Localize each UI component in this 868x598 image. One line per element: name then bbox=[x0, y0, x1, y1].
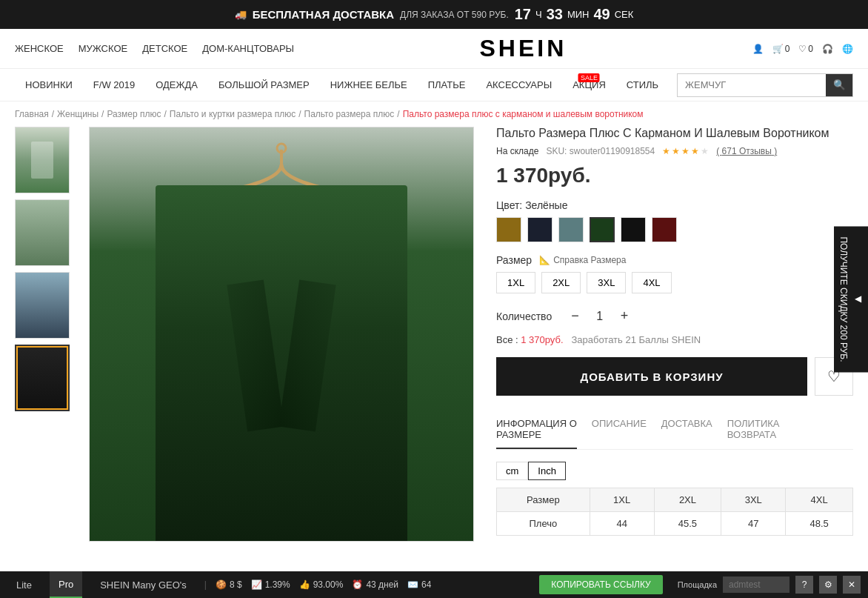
cat-dress[interactable]: ПЛАТЬЕ bbox=[418, 69, 476, 102]
top-nav-links: ЖЕНСКОЕ МУЖСКОЕ ДЕТСКОЕ ДОМ-КАНЦТОВАРЫ bbox=[15, 43, 294, 54]
breadcrumb: Главная / Женщины / Размер плюс / Пальто… bbox=[0, 102, 868, 127]
size-measurements-table: Размер 1XL 2XL 3XL 4XL Плечо 44 45.5 47 … bbox=[496, 488, 853, 536]
row-label-shoulder: Плечо bbox=[497, 512, 590, 536]
points-text: Заработать 21 Баллы SHEIN bbox=[571, 334, 701, 345]
nav-women[interactable]: ЖЕНСКОЕ bbox=[15, 43, 64, 54]
shoulder-3xl: 47 bbox=[721, 512, 786, 536]
account-icon: 👤 bbox=[752, 44, 764, 54]
size-3xl[interactable]: 3XL bbox=[587, 272, 626, 293]
size-row-shoulder: Плечо 44 45.5 47 48.5 bbox=[497, 512, 853, 536]
cat-lingerie[interactable]: НИЖНЕЕ БЕЛЬЕ bbox=[320, 69, 418, 102]
col-2xl: 2XL bbox=[654, 488, 721, 512]
quantity-label: Количество bbox=[496, 310, 552, 322]
color-label: Цвет: Зелёные bbox=[496, 199, 853, 211]
product-title: Пальто Размера Плюс С Карманом И Шалевым… bbox=[496, 127, 853, 140]
color-darkred[interactable] bbox=[652, 217, 677, 242]
breadcrumb-women[interactable]: Женщины bbox=[57, 109, 99, 119]
quantity-decrease[interactable]: − bbox=[567, 308, 584, 324]
main-product-image bbox=[89, 127, 474, 542]
nav-kids[interactable]: ДЕТСКОЕ bbox=[142, 43, 187, 54]
info-tabs: ИНФОРМАЦИЯ ОРАЗМЕРЕ ОПИСАНИЕ ДОСТАВКА ПО… bbox=[496, 411, 853, 450]
hours-unit: Ч bbox=[535, 9, 542, 20]
tab-returns[interactable]: ПОЛИТИКАВОЗВРАТА bbox=[727, 411, 780, 449]
cart-icon: 🛒 bbox=[772, 44, 784, 54]
color-teal[interactable] bbox=[558, 217, 584, 242]
delivery-icon: 🚚 bbox=[235, 9, 247, 20]
size-2xl[interactable]: 2XL bbox=[541, 272, 581, 293]
total-price: 1 370руб. bbox=[521, 334, 563, 345]
headset-icon: 🎧 bbox=[822, 44, 833, 54]
account-icon-item[interactable]: 👤 bbox=[752, 44, 764, 54]
breadcrumb-current: Пальто размера плюс с карманом и шалевым… bbox=[403, 109, 644, 119]
color-green[interactable] bbox=[590, 217, 615, 242]
tab-description[interactable]: ОПИСАНИЕ bbox=[592, 411, 647, 449]
color-brown[interactable] bbox=[496, 217, 521, 242]
product-info: Пальто Размера Плюс С Карманом И Шалевым… bbox=[489, 127, 853, 542]
action-row: ДОБАВИТЬ В КОРЗИНУ ♡ bbox=[496, 357, 853, 396]
cat-style[interactable]: СТИЛЬ bbox=[616, 69, 669, 102]
total-row: Все : 1 370руб. Заработать 21 Баллы SHEI… bbox=[496, 334, 853, 345]
cat-clothes[interactable]: ОДЕЖДА bbox=[145, 69, 208, 102]
headset-icon-item[interactable]: 🎧 bbox=[822, 44, 833, 54]
size-label: Размер bbox=[496, 254, 532, 266]
minutes-unit: МИН bbox=[567, 9, 590, 20]
globe-icon-item[interactable]: 🌐 bbox=[842, 44, 853, 54]
seconds-unit: СЕК bbox=[615, 9, 634, 20]
unit-cm-button[interactable]: cm bbox=[496, 462, 528, 480]
breadcrumb-home[interactable]: Главная bbox=[15, 109, 49, 119]
size-1xl[interactable]: 1XL bbox=[496, 272, 535, 293]
thumbnail-2[interactable] bbox=[15, 199, 70, 266]
search-button[interactable]: 🔍 bbox=[826, 74, 852, 96]
add-to-cart-button[interactable]: ДОБАВИТЬ В КОРЗИНУ bbox=[496, 357, 807, 396]
cat-new[interactable]: НОВИНКИ bbox=[15, 69, 83, 102]
delivery-sub-text: ДЛЯ ЗАКАЗА ОТ 590 РУБ. bbox=[400, 10, 509, 20]
thumbnail-1[interactable] bbox=[15, 127, 70, 193]
unit-inch-button[interactable]: Inch bbox=[528, 462, 566, 480]
size-buttons: 1XL 2XL 3XL 4XL bbox=[496, 272, 853, 293]
col-3xl: 3XL bbox=[721, 488, 786, 512]
color-navy[interactable] bbox=[527, 217, 552, 242]
size-table-section: cm Inch Размер 1XL 2XL 3XL 4XL Плечо bbox=[496, 462, 853, 536]
cat-fw2019[interactable]: F/W 2019 bbox=[83, 69, 145, 102]
quantity-controls: − 1 + bbox=[567, 308, 632, 324]
thumbnail-4[interactable] bbox=[15, 345, 70, 411]
cat-accessories[interactable]: АКСЕССУАРЫ bbox=[475, 69, 562, 102]
reviews-link[interactable]: ( 671 Отзывы ) bbox=[716, 146, 777, 156]
shoulder-1xl: 44 bbox=[590, 512, 654, 536]
color-black[interactable] bbox=[621, 217, 646, 242]
col-4xl: 4XL bbox=[786, 488, 853, 512]
thumbnail-3[interactable] bbox=[15, 272, 70, 339]
size-4xl[interactable]: 4XL bbox=[632, 272, 671, 293]
size-guide-link[interactable]: 📐 Справка Размера bbox=[539, 255, 626, 265]
main-nav: ЖЕНСКОЕ МУЖСКОЕ ДЕТСКОЕ ДОМ-КАНЦТОВАРЫ S… bbox=[0, 29, 868, 69]
shoulder-4xl: 48.5 bbox=[786, 512, 853, 536]
unit-toggle: cm Inch bbox=[496, 462, 853, 480]
ruler-icon: 📐 bbox=[539, 255, 550, 265]
cat-nav: НОВИНКИ F/W 2019 ОДЕЖДА БОЛЬШОЙ РАЗМЕР Н… bbox=[0, 69, 868, 102]
product-price: 1 370руб. bbox=[496, 164, 853, 187]
product-area: Пальто Размера Плюс С Карманом И Шалевым… bbox=[0, 127, 868, 557]
cat-sale[interactable]: SALE АКЦИЯ bbox=[562, 69, 616, 102]
breadcrumb-coats[interactable]: Пальто и куртки размера плюс bbox=[170, 109, 296, 119]
tab-delivery[interactable]: ДОСТАВКА bbox=[661, 411, 712, 449]
size-header: Размер 📐 Справка Размера bbox=[496, 254, 853, 266]
shoulder-2xl: 45.5 bbox=[654, 512, 721, 536]
breadcrumb-plus-size[interactable]: Размер плюс bbox=[107, 109, 161, 119]
product-sku: SKU: swouter01190918554 bbox=[546, 146, 655, 156]
cat-plus-size[interactable]: БОЛЬШОЙ РАЗМЕР bbox=[208, 69, 320, 102]
nav-men[interactable]: МУЖСКОЕ bbox=[79, 43, 128, 54]
promo-sidebar[interactable]: ◀ ПОЛУЧИТЕ СКИДКУ 200 РУБ. bbox=[834, 226, 868, 372]
countdown: 17 Ч 33 МИН 49 СЕК bbox=[515, 6, 634, 23]
nav-home[interactable]: ДОМ-КАНЦТОВАРЫ bbox=[202, 43, 294, 54]
quantity-value: 1 bbox=[592, 310, 607, 323]
col-1xl: 1XL bbox=[590, 488, 654, 512]
wishlist-icon-item[interactable]: ♡ 0 bbox=[798, 44, 813, 54]
minutes-value: 33 bbox=[547, 6, 563, 23]
cart-icon-item[interactable]: 🛒 0 bbox=[772, 44, 790, 54]
quantity-increase[interactable]: + bbox=[616, 308, 633, 324]
breadcrumb-plus-coats[interactable]: Пальто размера плюс bbox=[304, 109, 395, 119]
tab-size-info[interactable]: ИНФОРМАЦИЯ ОРАЗМЕРЕ bbox=[496, 411, 577, 449]
nav-icons: 👤 🛒 0 ♡ 0 🎧 🌐 bbox=[752, 44, 853, 54]
product-meta: На складе SKU: swouter01190918554 ★ ★ ★ … bbox=[496, 146, 853, 156]
search-input[interactable] bbox=[678, 74, 826, 96]
